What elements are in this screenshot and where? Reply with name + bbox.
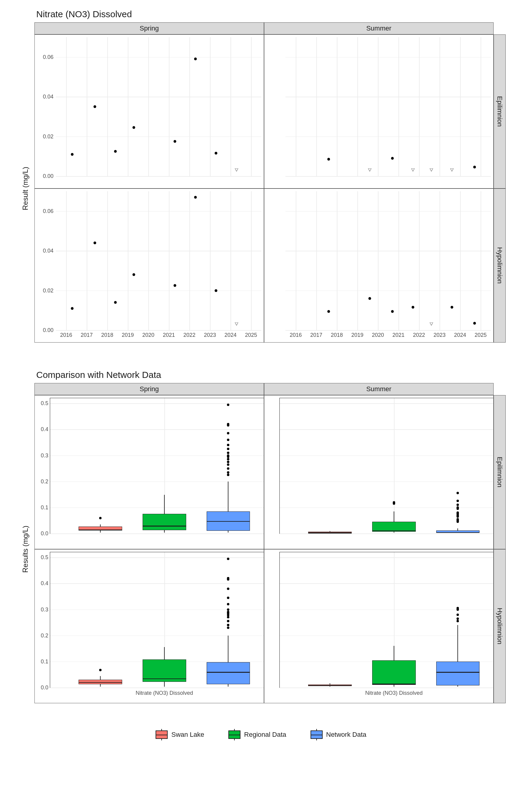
col-strip-summer: Summer bbox=[264, 22, 494, 35]
panel-summer-hypo: 2016201720182019202020212022202320242025 bbox=[264, 188, 494, 343]
legend-key-regional bbox=[228, 730, 240, 739]
triangle-point bbox=[368, 168, 372, 172]
dot-point bbox=[114, 150, 117, 153]
col-strip-spring2: Spring bbox=[35, 383, 264, 395]
boxplot-network-data bbox=[207, 552, 250, 688]
bpanel-spring-hypo: 0.00.10.20.30.40.5Nitrate (NO3) Dissolve… bbox=[35, 549, 264, 703]
dot-point bbox=[133, 273, 135, 276]
legend: Swan Lake Regional Data Network Data bbox=[12, 730, 510, 739]
row-strip-epi: Epilimnion bbox=[494, 35, 506, 188]
dot-point bbox=[450, 306, 453, 309]
legend-item-network: Network Data bbox=[310, 730, 366, 739]
box-facet-grid: Spring Summer Results (mg/L) 0.00.10.20.… bbox=[16, 383, 506, 715]
legend-label-swan: Swan Lake bbox=[171, 731, 204, 738]
panel-summer-epi bbox=[264, 35, 494, 188]
panel-spring-epi: 0.000.020.040.06 bbox=[35, 35, 264, 188]
dot-point bbox=[174, 140, 176, 143]
boxplot-swan-lake bbox=[79, 398, 122, 533]
boxplot-regional-data bbox=[143, 398, 186, 533]
bpanel-summer-epi bbox=[264, 395, 494, 549]
legend-item-regional: Regional Data bbox=[228, 730, 286, 739]
legend-key-swan bbox=[156, 730, 168, 739]
dot-point bbox=[473, 322, 476, 325]
chart2-title: Comparison with Network Data bbox=[36, 370, 510, 380]
y-axis-title-1: Result (mg/L) bbox=[21, 167, 29, 210]
chart1-title: Nitrate (NO3) Dissolved bbox=[36, 9, 510, 19]
boxplot-regional-data bbox=[143, 552, 186, 688]
row-strip-epi2: Epilimnion bbox=[494, 395, 506, 549]
dot-point bbox=[114, 301, 117, 304]
dot-point bbox=[327, 158, 330, 161]
scatter-facet-grid: Spring Summer Result (mg/L) 0.000.020.04… bbox=[16, 22, 506, 354]
triangle-point bbox=[429, 168, 433, 172]
triangle-point bbox=[235, 168, 238, 172]
col-strip-spring: Spring bbox=[35, 22, 264, 35]
legend-label-regional: Regional Data bbox=[244, 731, 286, 738]
legend-key-network bbox=[310, 730, 323, 739]
bpanel-summer-hypo: Nitrate (NO3) Dissolved bbox=[264, 549, 494, 703]
boxplot-regional-data bbox=[372, 398, 416, 533]
col-strip-summer2: Summer bbox=[264, 383, 494, 395]
dot-point bbox=[215, 289, 218, 292]
dot-point bbox=[133, 126, 135, 129]
row-strip-hypo: Hypolimnion bbox=[494, 188, 506, 343]
panel-spring-hypo: 0.000.020.040.06201620172018201920202021… bbox=[35, 188, 264, 343]
boxplot-swan-lake bbox=[79, 552, 122, 688]
dot-point bbox=[473, 166, 476, 168]
boxplot-network-data bbox=[436, 552, 480, 688]
legend-item-swan: Swan Lake bbox=[156, 730, 204, 739]
dot-point bbox=[71, 307, 74, 310]
dot-point bbox=[391, 157, 394, 160]
legend-label-network: Network Data bbox=[326, 731, 366, 738]
triangle-point bbox=[235, 323, 238, 326]
dot-point bbox=[194, 58, 197, 60]
dot-point bbox=[411, 306, 414, 309]
triangle-point bbox=[429, 323, 433, 326]
triangle-point bbox=[411, 168, 415, 172]
dot-point bbox=[194, 196, 197, 199]
boxplot-network-data bbox=[436, 398, 480, 533]
boxplot-network-data bbox=[207, 398, 250, 533]
boxplot-swan-lake bbox=[308, 398, 352, 533]
row-strip-hypo2: Hypolimnion bbox=[494, 549, 506, 703]
triangle-point bbox=[450, 168, 454, 172]
dot-point bbox=[174, 284, 176, 287]
dot-point bbox=[215, 152, 218, 155]
dot-point bbox=[368, 297, 371, 300]
dot-point bbox=[391, 310, 394, 313]
bpanel-spring-epi: 0.00.10.20.30.40.5 bbox=[35, 395, 264, 549]
dot-point bbox=[94, 241, 96, 244]
dot-point bbox=[94, 105, 96, 108]
boxplot-regional-data bbox=[372, 552, 416, 688]
dot-point bbox=[71, 153, 74, 156]
boxplot-swan-lake bbox=[308, 552, 352, 688]
dot-point bbox=[327, 310, 330, 313]
y-axis-title-2: Results (mg/L) bbox=[21, 526, 29, 573]
